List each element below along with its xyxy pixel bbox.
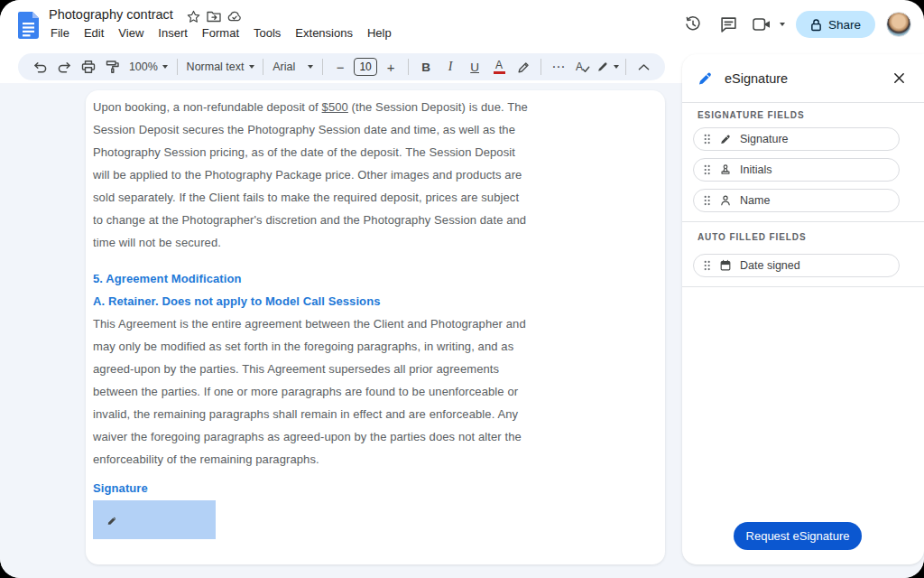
toolbar-divider	[408, 59, 409, 75]
hide-menus-button[interactable]	[633, 56, 654, 78]
drag-handle-icon[interactable]	[703, 259, 711, 272]
font-size-input[interactable]	[354, 58, 377, 76]
version-history-icon[interactable]	[680, 12, 706, 37]
comment-icon[interactable]	[716, 12, 742, 37]
toolbar-divider	[177, 59, 178, 75]
field-pill-initials[interactable]: Initials	[693, 158, 900, 182]
print-button[interactable]	[78, 56, 99, 78]
lock-icon	[810, 18, 822, 32]
esignature-fields-label: ESIGNATURE FIELDS	[698, 110, 804, 120]
account-avatar[interactable]	[886, 12, 911, 37]
chevron-down-icon	[162, 65, 168, 69]
auto-filled-fields-label: AUTO FILLED FIELDS	[698, 232, 806, 242]
field-pill-name[interactable]: Name	[693, 189, 900, 212]
decrease-font-size-button[interactable]: −	[329, 56, 351, 78]
menu-tools[interactable]: Tools	[246, 24, 288, 42]
signature-pen-icon	[719, 133, 732, 145]
star-icon[interactable]	[186, 9, 200, 23]
font-family-select[interactable]: Arial	[270, 56, 316, 78]
field-pill-label: Initials	[740, 163, 772, 176]
esignature-panel: eSignature ESIGNATURE FIELDS Signature I…	[682, 54, 924, 564]
bold-button[interactable]: B	[415, 56, 437, 78]
drag-handle-icon[interactable]	[703, 163, 711, 176]
spelling-check-button[interactable]: A	[572, 56, 594, 78]
chevron-down-icon	[614, 65, 619, 69]
menu-extensions[interactable]: Extensions	[288, 24, 360, 42]
toolbar-divider	[625, 59, 626, 75]
calendar-icon	[719, 259, 732, 272]
undo-button[interactable]	[29, 56, 51, 78]
panel-header: eSignature	[682, 54, 924, 102]
top-right-controls: Share	[680, 11, 911, 38]
field-pill-label: Name	[740, 194, 770, 207]
drag-handle-icon[interactable]	[703, 133, 711, 145]
signature-field-placeholder[interactable]	[93, 500, 216, 539]
share-button-label: Share	[828, 18, 861, 32]
doc-signature-heading[interactable]: Signature	[93, 477, 528, 499]
paint-format-button[interactable]	[102, 56, 124, 78]
signature-pen-icon	[106, 514, 118, 527]
text-color-swatch	[494, 71, 505, 74]
esignature-pen-icon	[697, 70, 714, 87]
doc-paragraph-agreement[interactable]: This Agreement is the entire agreement b…	[93, 312, 528, 471]
highlight-color-button[interactable]	[513, 56, 534, 78]
doc-paragraph-deposit[interactable]: Upon booking, a non-refundable deposit o…	[93, 96, 528, 254]
field-pill-label: Date signed	[740, 259, 800, 272]
chevron-down-icon	[249, 65, 254, 69]
deposit-amount: $500	[322, 100, 348, 114]
menu-bar: File Edit View Insert Format Tools Exten…	[43, 24, 399, 42]
field-pill-date-signed[interactable]: Date signed	[693, 254, 900, 277]
redo-button[interactable]	[53, 56, 75, 78]
meet-call-control[interactable]	[753, 17, 785, 32]
italic-button[interactable]: I	[439, 56, 461, 78]
editing-mode-button[interactable]	[596, 56, 619, 78]
panel-divider	[682, 221, 924, 222]
panel-divider	[682, 102, 924, 103]
menu-file[interactable]: File	[43, 24, 77, 42]
doc-heading-agreement-modification[interactable]: 5. Agreement Modification	[93, 267, 528, 290]
menu-format[interactable]: Format	[195, 24, 246, 42]
zoom-select[interactable]: 100%	[126, 56, 171, 78]
menu-view[interactable]: View	[111, 24, 151, 42]
text-color-button[interactable]: A	[488, 56, 510, 78]
underline-button[interactable]: U	[464, 56, 485, 78]
panel-divider	[682, 286, 924, 287]
drag-handle-icon[interactable]	[703, 194, 711, 207]
person-icon	[719, 194, 732, 207]
chevron-down-icon	[308, 65, 313, 69]
toolbar-divider	[541, 59, 541, 75]
title-bar: Photography contract File Edit View Inse…	[0, 0, 682, 51]
paragraph-style-select[interactable]: Normal text	[184, 56, 257, 78]
more-options-button[interactable]: ⋯	[548, 56, 569, 78]
move-folder-icon[interactable]	[207, 9, 221, 23]
doc-heading-retainer[interactable]: A. Retainer. Does not apply to Model Cal…	[93, 290, 528, 312]
menu-help[interactable]: Help	[360, 24, 399, 42]
cloud-status-icon[interactable]	[227, 9, 242, 23]
field-pill-label: Signature	[740, 133, 789, 145]
menu-edit[interactable]: Edit	[77, 24, 111, 42]
request-esignature-button[interactable]: Request eSignature	[734, 522, 862, 550]
document-title[interactable]: Photography contract	[49, 7, 173, 22]
formatting-toolbar: 100% Normal text Arial − + B I U A ⋯ A	[18, 53, 665, 80]
google-docs-window: Photography contract File Edit View Inse…	[0, 0, 924, 578]
field-pill-signature[interactable]: Signature	[693, 127, 900, 151]
toolbar-divider	[263, 59, 263, 75]
toolbar-divider	[322, 59, 323, 75]
share-button[interactable]: Share	[796, 11, 875, 38]
increase-font-size-button[interactable]: +	[380, 56, 402, 78]
google-docs-logo-icon[interactable]	[18, 12, 39, 39]
panel-title: eSignature	[725, 71, 888, 86]
chevron-down-icon[interactable]	[780, 23, 785, 26]
initials-stamp-icon	[719, 163, 732, 176]
close-icon[interactable]	[888, 68, 910, 89]
document-page[interactable]: Upon booking, a non-refundable deposit o…	[86, 90, 665, 564]
menu-insert[interactable]: Insert	[151, 24, 195, 42]
